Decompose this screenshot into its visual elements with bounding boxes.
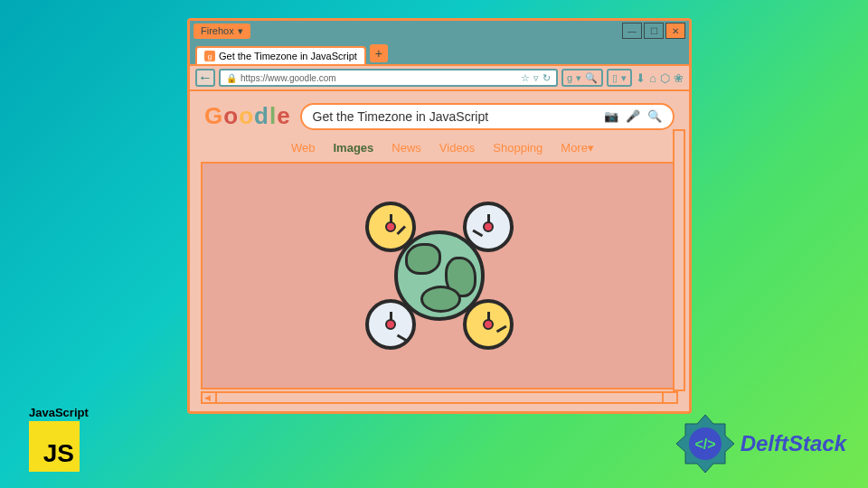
delftstack-logo-icon: </> <box>674 412 737 475</box>
horizontal-scrollbar[interactable]: ◀ ▶ <box>201 391 678 404</box>
new-tab-button[interactable]: + <box>370 44 388 62</box>
back-button[interactable]: ← <box>195 69 215 87</box>
clock-icon <box>463 299 514 350</box>
search-actions: 📷 🎤 🔍 <box>604 109 662 123</box>
chevron-down-icon: ▾ <box>621 72 627 84</box>
js-logo-icon: JS <box>29 421 80 472</box>
scroll-left-icon: ◀ <box>204 393 211 402</box>
delftstack-label: DelftStack <box>741 431 846 456</box>
lock-icon: 🔒 <box>226 73 237 83</box>
refresh-icon[interactable]: ↻ <box>542 72 551 84</box>
logo-g: G <box>204 102 223 130</box>
home-icon[interactable]: ⌂ <box>649 71 656 85</box>
nav-tab-videos[interactable]: Videos <box>439 141 476 155</box>
search-header: G o o d l e Get the Timezone in JavaScri… <box>193 95 685 137</box>
delftstack-badge: </> DelftStack <box>674 412 846 475</box>
clock-icon <box>463 202 514 252</box>
logo-o2: o <box>239 102 254 130</box>
browser-window: Firehox ▾ — ☐ ✕ g Get the Timezone in Ja… <box>187 18 692 414</box>
clock-icon <box>365 299 416 350</box>
nav-tab-news[interactable]: News <box>392 141 421 155</box>
svg-text:</>: </> <box>694 436 715 452</box>
url-bar[interactable]: 🔒 https://www.goodle.com ☆ ▿ ↻ <box>219 69 558 87</box>
extension-icon[interactable]: g <box>567 72 572 83</box>
url-actions: ☆ ▿ ↻ <box>521 72 551 84</box>
extension-group: g ▾ 🔍 <box>561 69 603 87</box>
toolbar: ← 🔒 https://www.goodle.com ☆ ▿ ↻ g ▾ 🔍 ▯… <box>190 64 689 91</box>
image-result[interactable] <box>201 162 678 389</box>
search-query-text: Get the Timezone in JavaScript <box>313 109 599 124</box>
star-icon[interactable]: ☆ <box>521 72 530 84</box>
nav-tab-shopping[interactable]: Shopping <box>493 141 542 155</box>
app-name-badge: Firehox ▾ <box>193 23 250 39</box>
camera-icon[interactable]: 📷 <box>604 109 618 123</box>
nav-tab-web[interactable]: Web <box>291 141 316 155</box>
tabs-row: g Get the Timezone in JavaScript + <box>190 41 689 64</box>
titlebar: Firehox ▾ — ☐ ✕ <box>190 21 689 41</box>
nav-tab-more[interactable]: More▾ <box>561 141 594 155</box>
search-input[interactable]: Get the Timezone in JavaScript 📷 🎤 🔍 <box>300 103 675 130</box>
vertical-scrollbar[interactable] <box>673 129 685 391</box>
url-text: https://www.goodle.com <box>241 73 517 83</box>
page-content: G o o d l e Get the Timezone in JavaScri… <box>190 91 689 411</box>
logo-d: d <box>254 102 269 130</box>
app-name-text: Firehox <box>201 25 234 36</box>
clock-icon <box>365 202 416 252</box>
sidebar-toggle[interactable]: ▯ ▾ <box>607 69 632 87</box>
search-icon[interactable]: 🔍 <box>647 109 662 123</box>
chevron-down-icon: ▾ <box>238 25 243 37</box>
arrow-left-icon: ← <box>198 70 212 86</box>
chevron-down-icon: ▾ <box>588 141 594 155</box>
javascript-badge: JavaScript JS <box>29 406 99 472</box>
cube-icon[interactable]: ⬡ <box>660 71 670 85</box>
nav-tab-images[interactable]: Images <box>334 141 374 155</box>
timezone-globe-illustration <box>349 194 530 357</box>
logo-o1: o <box>223 102 239 130</box>
logo-e: e <box>277 102 290 130</box>
close-button[interactable]: ✕ <box>665 23 685 39</box>
share-icon[interactable]: ❀ <box>674 71 684 85</box>
browser-tab[interactable]: g Get the Timezone in JavaScript <box>195 46 366 64</box>
chevron-down-icon[interactable]: ▿ <box>533 72 539 84</box>
minimize-button[interactable]: — <box>622 23 642 39</box>
maximize-button[interactable]: ☐ <box>644 23 664 39</box>
panel-icon: ▯ <box>612 72 618 84</box>
tab-title: Get the Timezone in JavaScript <box>219 51 357 61</box>
scroll-right-icon: ▶ <box>668 393 675 402</box>
separator: ▾ <box>576 72 581 84</box>
js-label: JavaScript <box>29 406 99 419</box>
search-icon[interactable]: 🔍 <box>585 72 598 84</box>
tab-favicon-icon: g <box>204 51 215 61</box>
download-icon[interactable]: ⬇ <box>636 71 646 85</box>
window-controls: — ☐ ✕ <box>622 23 685 39</box>
logo-l: l <box>269 102 277 130</box>
mic-icon[interactable]: 🎤 <box>626 109 640 123</box>
site-logo[interactable]: G o o d l e <box>204 102 291 130</box>
nav-tabs: Web Images News Videos Shopping More▾ <box>193 137 685 162</box>
